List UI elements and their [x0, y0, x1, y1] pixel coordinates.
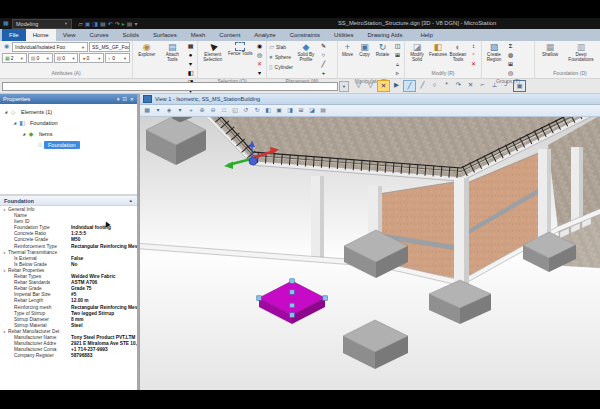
fillet-icon[interactable]: * — [469, 51, 478, 59]
sketch-icon[interactable]: ✎ — [319, 42, 328, 50]
open-icon[interactable]: ▱ — [78, 20, 83, 28]
cylinder-button[interactable]: ▯Cylinder — [269, 62, 293, 71]
save-settings-icon[interactable]: ◨ — [92, 20, 98, 28]
property-row[interactable]: Company Register 58796883 — [0, 353, 137, 359]
rotate-view-cw-icon[interactable]: ↻ — [252, 106, 262, 115]
clear-fence-icon[interactable]: ✕ — [255, 60, 264, 68]
tree-item[interactable]: ⊕ Foundation — [0, 139, 137, 150]
zoom-in-icon[interactable]: ⊕ — [197, 106, 207, 115]
view-attributes-caret-icon[interactable]: ▾ — [175, 106, 185, 115]
create-region-button[interactable]: ▧Create Region — [484, 42, 504, 63]
attach-tools-button[interactable]: ▤ Attach Tools — [161, 42, 185, 63]
scale-icon[interactable]: ▵ — [393, 60, 402, 68]
ribbon-tab[interactable]: Drawing Aids — [360, 29, 409, 41]
rotate-view-icon[interactable]: ↺ — [241, 106, 251, 115]
zoom-out-icon[interactable]: ⊖ — [208, 106, 218, 115]
delete-icon[interactable]: ✕ — [469, 60, 478, 68]
mirror-icon[interactable]: ◫ — [393, 42, 402, 50]
references-icon[interactable]: ● — [186, 51, 195, 59]
raster-icon[interactable]: ◧ — [186, 69, 195, 77]
clip-volume-icon[interactable]: ◪ — [307, 106, 317, 115]
level-dropdown[interactable]: SS_MS_GF_Footing▼ — [89, 42, 130, 52]
keyin-input[interactable] — [2, 82, 338, 91]
foundation-section-header[interactable]: Foundation ▲ — [0, 195, 137, 206]
ribbon-tab[interactable]: Home — [26, 29, 56, 41]
panel-menu-icon[interactable]: ▾ — [117, 96, 120, 102]
column-far-left[interactable] — [311, 176, 324, 259]
modify-fillet-icon[interactable]: * — [441, 80, 452, 90]
clip-mask-icon[interactable]: ▤ — [318, 106, 328, 115]
foundation-type-dropdown[interactable]: Individual/Isolated Foo▼ — [12, 42, 88, 52]
delete-element-icon[interactable]: ✕ — [465, 80, 476, 90]
stretch-icon[interactable]: ↕ — [469, 42, 478, 50]
column-corner[interactable] — [454, 178, 469, 293]
select-all-icon[interactable]: ◉ — [255, 42, 264, 50]
keyin-dropdown-icon[interactable]: ▼ — [339, 81, 349, 92]
compress-icon[interactable]: ▤ — [100, 20, 106, 28]
break-icon[interactable]: ⊥ — [489, 80, 500, 90]
group-hole-icon[interactable]: ◍ — [506, 51, 515, 59]
slab-button[interactable]: ▱Slab — [269, 42, 293, 51]
collapse-icon[interactable]: ▲ — [129, 198, 133, 203]
adjust-view-icon[interactable]: + — [186, 106, 196, 115]
redo-icon[interactable]: ↷ — [115, 20, 120, 28]
point-icon[interactable]: + — [319, 69, 328, 77]
fence-tools-button[interactable]: Fence Tools — [228, 42, 254, 56]
array-icon[interactable]: ⊞ — [393, 51, 402, 59]
ribbon-tab[interactable]: Help — [413, 29, 439, 41]
undo-icon[interactable]: ↶ — [108, 20, 113, 28]
ribbon-tab[interactable]: File — [2, 29, 26, 41]
view-attributes-icon[interactable]: ◈ — [164, 106, 174, 115]
ribbon-tab[interactable]: Analyze — [247, 29, 282, 41]
drawing-canvas[interactable] — [140, 117, 600, 394]
boolean-tools-button[interactable]: ◐Boolean Tools — [449, 42, 467, 63]
primary-more-icon[interactable]: ▾ — [186, 60, 195, 68]
solid-by-profile-button[interactable]: ◆ Solid By Profile — [295, 42, 317, 63]
view-titlebar[interactable]: View 1 - Isometric, SS_MS_StationBuildin… — [140, 94, 600, 105]
fit-view-icon[interactable]: □ — [219, 106, 229, 115]
ribbon-tab[interactable]: View — [56, 29, 83, 41]
move-button[interactable]: +Move — [340, 42, 355, 57]
manipulate-more-icon[interactable]: ▹ — [393, 69, 402, 77]
panel-close-icon[interactable]: ✕ — [130, 96, 134, 102]
column-right-pilaster[interactable] — [538, 149, 551, 243]
tree-item[interactable]: ◢ ◆ Items — [0, 128, 137, 139]
ribbon-tab[interactable]: Solids — [116, 29, 146, 41]
view-previous-icon[interactable]: ▣ — [274, 106, 284, 115]
place-arc-icon[interactable]: ↷ — [453, 80, 464, 90]
modify-solid-button[interactable]: ◪Modify Solid — [407, 42, 427, 63]
ellipse-icon[interactable]: ○ — [319, 51, 328, 59]
element-select-icon[interactable]: ▶ — [391, 80, 402, 90]
filter-icon[interactable]: ▽ — [365, 80, 376, 90]
ribbon-tab[interactable]: Utilities — [327, 29, 360, 41]
groups-more-icon[interactable]: ◎ — [506, 69, 515, 77]
tree-item[interactable]: ◢ ◇ Elements (1) — [0, 106, 137, 117]
ribbon-tab[interactable]: Mesh — [184, 29, 213, 41]
models-icon[interactable]: ▦ — [186, 42, 195, 50]
column-far-right[interactable] — [571, 147, 583, 221]
display-style-icon[interactable]: ▦ — [142, 106, 152, 115]
place-line-icon[interactable]: ╱ — [417, 80, 428, 90]
ribbon-tab[interactable]: Constraints — [283, 29, 327, 41]
place-circle-icon[interactable]: ○ — [429, 80, 440, 90]
selection-more-icon[interactable]: ▾ — [255, 69, 264, 77]
graphic-group-icon[interactable]: ⊞ — [506, 60, 515, 68]
line-style-icon[interactable]: ▨ 0 ▼ — [54, 53, 79, 63]
active-level-icon[interactable]: ▦ 2 ▼ — [2, 53, 27, 63]
drop-element-icon[interactable]: Σ — [506, 42, 515, 50]
tree-item[interactable]: ◢ ◧ Foundation — [0, 117, 137, 128]
active-color-icon[interactable]: ▧ 0 ▼ — [28, 53, 53, 63]
corner-icon[interactable]: ┘ — [501, 80, 512, 90]
play-icon[interactable]: ▸ — [122, 20, 125, 28]
ribbon-tab[interactable]: Curves — [83, 29, 116, 41]
filter-edit-icon[interactable]: ▽ — [353, 80, 364, 90]
transparency-icon[interactable]: ◐ 0 ▼ — [105, 53, 130, 63]
line-weight-icon[interactable]: ● 0 ▼ — [79, 53, 104, 63]
print-icon[interactable]: ▤ — [127, 20, 133, 28]
delete-fence-icon[interactable]: ✕ — [377, 80, 390, 92]
place-smartline-icon[interactable]: ╱ — [403, 80, 416, 92]
pan-view-icon[interactable]: ◧ — [263, 106, 273, 115]
qat-more-icon[interactable]: ▾ — [134, 20, 137, 28]
save-icon[interactable]: ▣ — [85, 20, 91, 28]
deep-foundations-button[interactable]: ▥Deep Foundations — [565, 42, 597, 63]
